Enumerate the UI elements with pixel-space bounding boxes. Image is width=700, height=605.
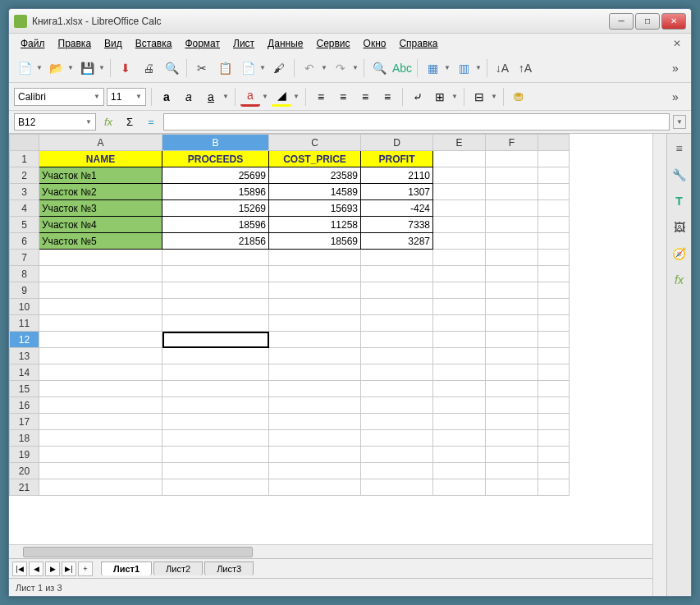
cell[interactable] bbox=[486, 217, 538, 233]
cell[interactable]: 15693 bbox=[269, 200, 361, 217]
cell[interactable] bbox=[433, 364, 486, 381]
cell[interactable] bbox=[162, 430, 269, 447]
gallery-icon[interactable]: 🖼 bbox=[671, 219, 688, 236]
menu-help[interactable]: Справка bbox=[394, 36, 442, 51]
row-header[interactable]: 1 bbox=[10, 151, 39, 167]
properties-icon[interactable]: 🔧 bbox=[671, 167, 688, 183]
formula-input[interactable] bbox=[163, 113, 670, 131]
cell[interactable] bbox=[486, 414, 538, 430]
cell[interactable] bbox=[538, 266, 570, 282]
cell[interactable] bbox=[269, 414, 361, 430]
row-header[interactable]: 21 bbox=[10, 479, 39, 496]
merge-dropdown[interactable]: ▼ bbox=[451, 93, 459, 100]
chevron-down-icon[interactable]: ▼ bbox=[94, 93, 100, 100]
cell[interactable] bbox=[162, 463, 269, 479]
cell[interactable] bbox=[269, 282, 361, 299]
sidebar-toggle-icon[interactable]: ≡ bbox=[671, 140, 688, 157]
row-header[interactable]: 4 bbox=[10, 200, 39, 217]
cell[interactable] bbox=[39, 315, 162, 332]
cell[interactable] bbox=[269, 381, 361, 397]
print-icon[interactable]: 🖨 bbox=[138, 57, 159, 79]
cell[interactable] bbox=[433, 381, 486, 397]
cell[interactable]: PROCEEDS bbox=[162, 151, 269, 167]
horizontal-scrollbar[interactable] bbox=[9, 544, 652, 558]
save-icon[interactable]: 💾 bbox=[76, 57, 98, 79]
cell[interactable] bbox=[433, 282, 486, 299]
cell[interactable] bbox=[162, 282, 269, 299]
cell[interactable]: NAME bbox=[39, 151, 162, 167]
row-header[interactable]: 15 bbox=[10, 381, 39, 397]
cell[interactable] bbox=[162, 266, 269, 282]
cell[interactable] bbox=[269, 250, 361, 266]
cell[interactable] bbox=[538, 463, 570, 479]
cell[interactable] bbox=[433, 250, 486, 266]
cell[interactable] bbox=[39, 299, 162, 315]
prev-sheet-icon[interactable]: ◀ bbox=[29, 561, 43, 576]
cell[interactable] bbox=[361, 447, 433, 463]
cell[interactable] bbox=[538, 397, 570, 414]
cell[interactable] bbox=[162, 332, 269, 348]
cell[interactable] bbox=[538, 479, 570, 496]
cell[interactable] bbox=[433, 299, 486, 315]
row-header[interactable]: 11 bbox=[10, 315, 39, 332]
cell[interactable] bbox=[486, 315, 538, 332]
next-sheet-icon[interactable]: ▶ bbox=[45, 561, 60, 576]
menu-file[interactable]: Файл bbox=[16, 36, 50, 51]
cell[interactable] bbox=[433, 266, 486, 282]
cell[interactable] bbox=[361, 315, 433, 332]
menu-view[interactable]: Вид bbox=[99, 36, 127, 51]
cell[interactable] bbox=[486, 397, 538, 414]
cell[interactable] bbox=[486, 233, 538, 250]
row-icon[interactable]: ▦ bbox=[422, 57, 443, 79]
redo-icon[interactable]: ↷ bbox=[330, 57, 351, 79]
cell[interactable]: Участок №3 bbox=[39, 200, 162, 217]
cell[interactable] bbox=[486, 266, 538, 282]
align-justify-icon[interactable]: ≡ bbox=[377, 87, 397, 107]
cell[interactable] bbox=[486, 200, 538, 217]
cell[interactable]: Участок №1 bbox=[39, 167, 162, 184]
cell[interactable] bbox=[538, 250, 570, 266]
cell[interactable] bbox=[538, 184, 570, 200]
cell[interactable] bbox=[433, 315, 486, 332]
find-icon[interactable]: 🔍 bbox=[368, 57, 390, 79]
font-name-select[interactable]: Calibri▼ bbox=[14, 88, 104, 106]
row-header[interactable]: 13 bbox=[10, 348, 39, 364]
cell[interactable] bbox=[486, 332, 538, 348]
cell[interactable] bbox=[39, 447, 162, 463]
cell[interactable] bbox=[433, 447, 486, 463]
cell[interactable]: 25699 bbox=[162, 167, 269, 184]
font-size-select[interactable]: 11▼ bbox=[107, 88, 146, 106]
cell[interactable]: -424 bbox=[361, 200, 433, 217]
cell[interactable] bbox=[361, 348, 433, 364]
cell[interactable] bbox=[433, 200, 486, 217]
cell-reference-input[interactable]: B12▼ bbox=[14, 113, 96, 131]
redo-dropdown[interactable]: ▼ bbox=[351, 64, 359, 71]
cell[interactable] bbox=[486, 479, 538, 496]
cell[interactable] bbox=[361, 463, 433, 479]
cell[interactable] bbox=[162, 348, 269, 364]
cell[interactable]: 15896 bbox=[162, 184, 269, 200]
cell[interactable] bbox=[39, 332, 162, 348]
cell[interactable] bbox=[538, 282, 570, 299]
cell[interactable] bbox=[361, 397, 433, 414]
cell[interactable] bbox=[269, 430, 361, 447]
cell[interactable] bbox=[433, 167, 486, 184]
row-header[interactable]: 12 bbox=[10, 332, 39, 348]
cell[interactable] bbox=[433, 184, 486, 200]
cell[interactable] bbox=[269, 447, 361, 463]
new-dropdown[interactable]: ▼ bbox=[35, 64, 43, 71]
cell[interactable] bbox=[538, 430, 570, 447]
cell[interactable] bbox=[433, 463, 486, 479]
cell[interactable] bbox=[538, 348, 570, 364]
cell[interactable] bbox=[538, 414, 570, 430]
undo-icon[interactable]: ↶ bbox=[299, 57, 320, 79]
select-all-corner[interactable] bbox=[10, 135, 39, 151]
functions-icon[interactable]: fx bbox=[671, 272, 688, 288]
cell[interactable] bbox=[39, 250, 162, 266]
cell[interactable] bbox=[39, 479, 162, 496]
function-wizard-icon[interactable]: fx bbox=[99, 113, 117, 131]
cell[interactable] bbox=[486, 282, 538, 299]
cell[interactable] bbox=[361, 430, 433, 447]
cell[interactable] bbox=[486, 250, 538, 266]
sort-asc-icon[interactable]: ↓A bbox=[492, 57, 513, 79]
